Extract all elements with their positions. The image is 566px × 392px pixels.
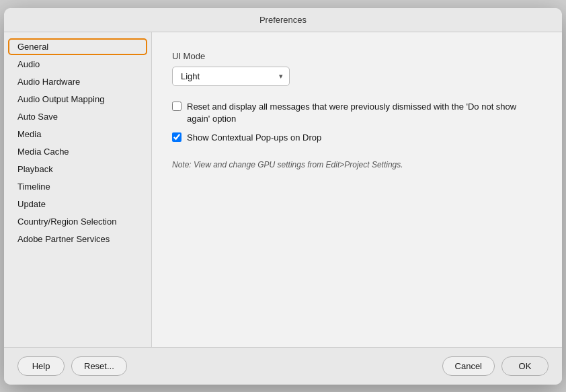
reset-messages-checkbox[interactable] — [172, 102, 181, 111]
bottom-bar-left: Help Reset... — [17, 356, 442, 376]
sidebar-item-timeline[interactable]: Timeline — [8, 178, 147, 195]
content-area: GeneralAudioAudio HardwareAudio Output M… — [4, 32, 562, 347]
ok-button[interactable]: OK — [501, 356, 549, 376]
show-contextual-popups-label: Show Contextual Pop-ups on Drop — [187, 132, 321, 144]
ui-mode-dropdown-container: LightDarkAuto ▾ — [172, 67, 290, 86]
title-bar: Preferences — [4, 8, 562, 32]
ui-mode-label: UI Mode — [172, 51, 542, 61]
sidebar-item-auto-save[interactable]: Auto Save — [8, 108, 147, 125]
sidebar-item-playback[interactable]: Playback — [8, 161, 147, 178]
show-contextual-popups-checkbox[interactable] — [172, 132, 181, 142]
sidebar-item-adobe-partner-services[interactable]: Adobe Partner Services — [8, 231, 147, 247]
gpu-note: Note: View and change GPU settings from … — [172, 160, 542, 169]
sidebar-item-update[interactable]: Update — [8, 196, 147, 212]
cancel-button[interactable]: Cancel — [442, 356, 495, 376]
sidebar-item-country/region-selection[interactable]: Country/Region Selection — [8, 213, 147, 230]
reset-button[interactable]: Reset... — [71, 356, 127, 376]
checkbox-row-2: Show Contextual Pop-ups on Drop — [172, 132, 542, 144]
bottom-bar-right: Cancel OK — [442, 356, 549, 376]
bottom-bar: Help Reset... Cancel OK — [4, 347, 562, 385]
ui-mode-dropdown[interactable]: LightDarkAuto — [172, 67, 290, 86]
preferences-window: Preferences GeneralAudioAudio HardwareAu… — [4, 8, 562, 385]
sidebar-item-audio[interactable]: Audio — [8, 56, 147, 73]
checkbox-row-1: Reset and display all messages that were… — [172, 101, 542, 125]
sidebar-item-audio-hardware[interactable]: Audio Hardware — [8, 73, 147, 90]
sidebar-item-media[interactable]: Media — [8, 126, 147, 143]
main-panel: UI Mode LightDarkAuto ▾ Reset and displa… — [152, 32, 562, 347]
reset-messages-label: Reset and display all messages that were… — [187, 101, 542, 125]
help-button[interactable]: Help — [17, 356, 65, 376]
sidebar-item-audio-output-mapping[interactable]: Audio Output Mapping — [8, 91, 147, 108]
sidebar-item-media-cache[interactable]: Media Cache — [8, 143, 147, 160]
sidebar-item-general[interactable]: General — [8, 38, 147, 55]
window-title: Preferences — [259, 15, 307, 25]
sidebar: GeneralAudioAudio HardwareAudio Output M… — [4, 32, 152, 347]
